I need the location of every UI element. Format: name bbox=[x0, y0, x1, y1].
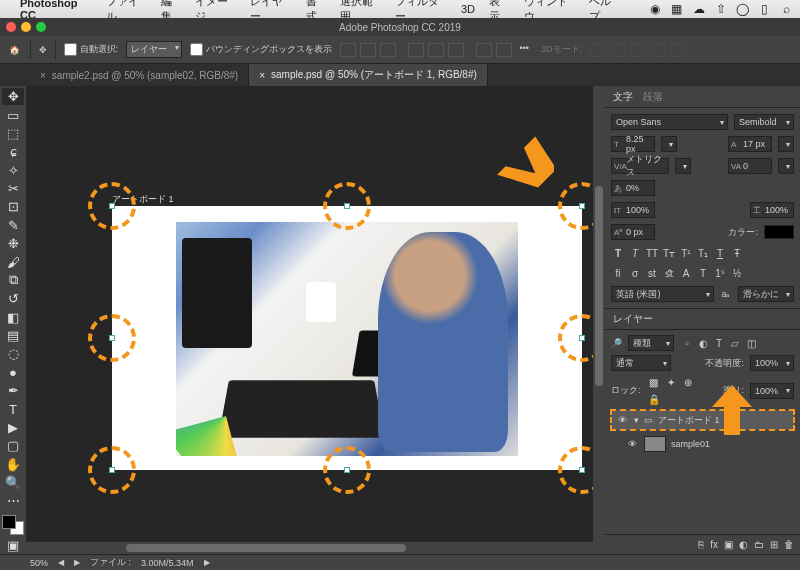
eyedropper-tool[interactable]: ✎ bbox=[2, 217, 24, 234]
artboard-handle-br[interactable] bbox=[579, 467, 585, 473]
ot-fi-button[interactable]: fi bbox=[611, 266, 625, 280]
align-hcenter-icon[interactable] bbox=[428, 43, 444, 57]
quick-mask-button[interactable]: ▣ bbox=[2, 536, 24, 553]
zoom-stepper-left[interactable]: ◀ bbox=[58, 558, 64, 567]
frame-tool[interactable]: ⊡ bbox=[2, 198, 24, 215]
ot-sigma-button[interactable]: σ bbox=[628, 266, 642, 280]
font-size-stepper[interactable] bbox=[661, 136, 677, 152]
threed-slide-icon[interactable] bbox=[650, 43, 666, 57]
artboard-handle-bl[interactable] bbox=[109, 467, 115, 473]
ot-swash-button[interactable]: ﬆ bbox=[662, 266, 676, 280]
lasso-tool[interactable]: ɕ bbox=[2, 143, 24, 160]
artboard-handle-mr[interactable] bbox=[579, 335, 585, 341]
font-family-dropdown[interactable]: Open Sans bbox=[611, 114, 728, 130]
link-layers-icon[interactable]: ⎘ bbox=[698, 539, 704, 550]
auto-select-checkbox[interactable]: 自動選択: bbox=[64, 43, 118, 56]
tab-character[interactable]: 文字 bbox=[613, 90, 633, 104]
filter-type-layer-icon[interactable]: T bbox=[712, 336, 726, 350]
history-brush-tool[interactable]: ↺ bbox=[2, 290, 24, 307]
text-color-swatch[interactable] bbox=[764, 225, 794, 239]
home-button[interactable]: 🏠 bbox=[6, 42, 22, 58]
distribute-h-icon[interactable] bbox=[476, 43, 492, 57]
artboard-tool[interactable]: ▭ bbox=[2, 106, 24, 123]
scrollbar-thumb[interactable] bbox=[595, 186, 603, 386]
height-pct-field[interactable]: IT100% bbox=[611, 202, 655, 218]
filter-shape-icon[interactable]: ▱ bbox=[728, 336, 742, 350]
placed-image[interactable] bbox=[176, 222, 518, 456]
zoom-tool[interactable]: 🔍 bbox=[2, 474, 24, 491]
baseline-shift-field[interactable]: Aª0 px bbox=[611, 224, 655, 240]
leading-stepper[interactable] bbox=[778, 136, 794, 152]
healing-brush-tool[interactable]: ❉ bbox=[2, 235, 24, 252]
type-tool[interactable]: T bbox=[2, 400, 24, 417]
move-tool-icon[interactable]: ✥ bbox=[39, 45, 47, 55]
opacity-field[interactable]: 100% bbox=[750, 355, 794, 371]
font-weight-dropdown[interactable]: Semibold bbox=[734, 114, 794, 130]
layer-mask-icon[interactable]: ▣ bbox=[724, 539, 733, 550]
show-bounding-box-checkbox[interactable]: バウンディングボックスを表示 bbox=[190, 43, 332, 56]
smallcaps-button[interactable]: Tᴛ bbox=[662, 246, 676, 260]
marquee-tool[interactable]: ⬚ bbox=[2, 125, 24, 142]
canvas-area[interactable]: アートボード 1 bbox=[26, 86, 605, 554]
filter-kind-dropdown[interactable]: 種類 bbox=[628, 335, 674, 351]
subscript-button[interactable]: T₁ bbox=[696, 246, 710, 260]
more-options-icon[interactable]: ••• bbox=[516, 43, 533, 57]
layer-style-icon[interactable]: fx bbox=[710, 539, 718, 550]
ot-titling-button[interactable]: T bbox=[696, 266, 710, 280]
status-menu-icon[interactable]: ▶ bbox=[204, 558, 210, 567]
file-size[interactable]: 3.00M/5.34M bbox=[141, 558, 194, 568]
threed-pan-icon[interactable] bbox=[630, 43, 646, 57]
gradient-tool[interactable]: ▤ bbox=[2, 327, 24, 344]
artboard-handle-tm[interactable] bbox=[344, 203, 350, 209]
artboard[interactable] bbox=[112, 206, 582, 470]
align-bottom-icon[interactable] bbox=[380, 43, 396, 57]
layers-panel-tab[interactable]: レイヤー bbox=[605, 308, 800, 330]
filter-smart-icon[interactable]: ◫ bbox=[744, 336, 758, 350]
edit-toolbar-button[interactable]: ⋯ bbox=[2, 492, 24, 509]
rectangle-tool[interactable]: ▢ bbox=[2, 437, 24, 454]
new-fill-layer-icon[interactable]: ◐ bbox=[739, 539, 748, 550]
vscale-field[interactable]: あ0% bbox=[611, 180, 655, 196]
zoom-stepper-right[interactable]: ▶ bbox=[74, 558, 80, 567]
visibility-toggle-icon[interactable]: 👁 bbox=[625, 439, 639, 449]
cloud-sync-icon[interactable]: ☁ bbox=[692, 2, 706, 16]
dodge-tool[interactable]: ● bbox=[2, 364, 24, 381]
lock-artboard-icon[interactable]: ⊕ bbox=[681, 375, 695, 389]
crop-tool[interactable]: ✂ bbox=[2, 180, 24, 197]
brush-tool[interactable]: 🖌 bbox=[2, 253, 24, 270]
align-left-icon[interactable] bbox=[408, 43, 424, 57]
superscript-button[interactable]: T¹ bbox=[679, 246, 693, 260]
kerning-stepper[interactable] bbox=[675, 158, 691, 174]
ot-fractions-button[interactable]: ½ bbox=[730, 266, 744, 280]
artboard-handle-tr[interactable] bbox=[579, 203, 585, 209]
close-tab-icon[interactable]: × bbox=[259, 70, 265, 81]
cloud-upload-icon[interactable]: ⇧ bbox=[714, 2, 728, 16]
clone-stamp-tool[interactable]: ⧉ bbox=[2, 272, 24, 289]
threed-orbit-icon[interactable] bbox=[590, 43, 606, 57]
minimize-window-button[interactable] bbox=[21, 22, 31, 32]
tracking-field[interactable]: VA0 bbox=[728, 158, 772, 174]
vertical-scrollbar[interactable] bbox=[593, 86, 605, 542]
align-top-icon[interactable] bbox=[340, 43, 356, 57]
tracking-stepper[interactable] bbox=[778, 158, 794, 174]
blur-tool[interactable]: ◌ bbox=[2, 345, 24, 362]
layer-row[interactable]: 👁 sample01 bbox=[611, 434, 794, 454]
width-pct-field[interactable]: 工100% bbox=[750, 202, 794, 218]
zoom-window-button[interactable] bbox=[36, 22, 46, 32]
language-dropdown[interactable]: 英語 (米国) bbox=[611, 286, 714, 302]
lock-position-icon[interactable]: ✦ bbox=[664, 375, 678, 389]
italic-button[interactable]: T bbox=[628, 246, 642, 260]
font-size-field[interactable]: T8.25 px bbox=[611, 136, 655, 152]
ot-ad-button[interactable]: A bbox=[679, 266, 693, 280]
foreground-color-swatch[interactable] bbox=[2, 515, 16, 529]
distribute-v-icon[interactable] bbox=[496, 43, 512, 57]
circle-status-icon[interactable]: ◯ bbox=[736, 2, 750, 16]
filter-adjust-icon[interactable]: ◐ bbox=[696, 336, 710, 350]
blend-mode-dropdown[interactable]: 通常 bbox=[611, 355, 671, 371]
document-tab[interactable]: × sample.psd @ 50% (アートボード 1, RGB/8#) bbox=[249, 64, 488, 86]
artboard-label[interactable]: アートボード 1 bbox=[112, 193, 174, 206]
align-right-icon[interactable] bbox=[448, 43, 464, 57]
close-tab-icon[interactable]: × bbox=[40, 70, 46, 81]
horizontal-scrollbar[interactable] bbox=[26, 542, 605, 554]
document-tab[interactable]: × sample2.psd @ 50% (sample02, RGB/8#) bbox=[30, 64, 249, 86]
